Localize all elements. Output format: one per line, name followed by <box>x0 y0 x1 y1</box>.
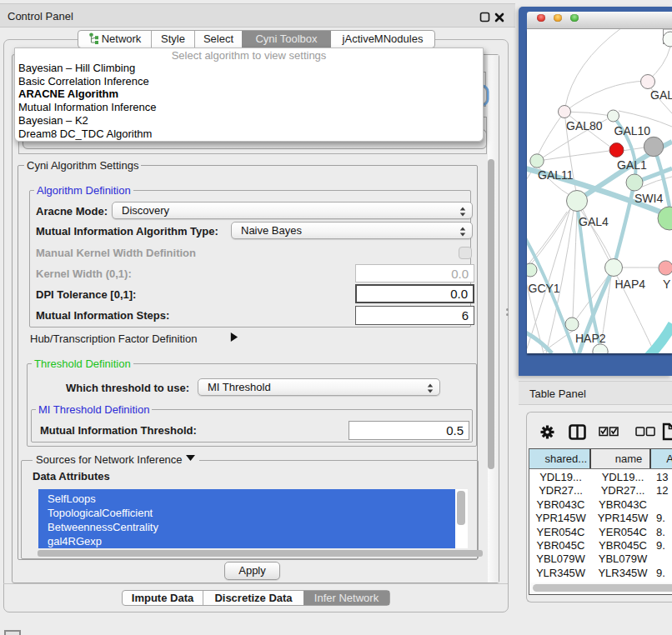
svg-text:HAP2: HAP2 <box>575 332 606 345</box>
svg-text:HAP4: HAP4 <box>615 278 646 291</box>
svg-text:GAL10: GAL10 <box>614 124 651 138</box>
svg-text:GAL7: GAL7 <box>650 88 672 102</box>
svg-text:GAL80: GAL80 <box>566 119 603 132</box>
svg-text:Y: Y <box>663 278 671 291</box>
svg-text:GAL11: GAL11 <box>538 168 574 182</box>
svg-text:GCY1: GCY1 <box>529 282 560 295</box>
svg-text:GAL4: GAL4 <box>579 215 609 228</box>
svg-text:GAL1: GAL1 <box>617 158 647 172</box>
svg-text:SWI4: SWI4 <box>634 192 663 205</box>
